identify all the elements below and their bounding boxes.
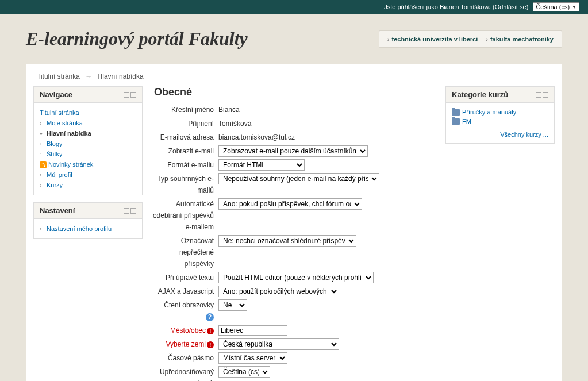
- rss-icon: [40, 161, 47, 168]
- nav-profile[interactable]: Můj profil: [47, 171, 72, 178]
- label-email-display: Zobrazit e-mail: [149, 145, 218, 157]
- folder-icon: [452, 109, 460, 116]
- label-email-format: Formát e-mailu: [149, 159, 218, 171]
- header: E-learningový portál Fakulty technická u…: [0, 14, 588, 64]
- select-timezone[interactable]: Místní čas serveru: [218, 352, 287, 364]
- nav-home[interactable]: Titulní stránka: [40, 109, 79, 116]
- label-firstname: Křestní jméno: [149, 104, 218, 116]
- select-lang[interactable]: Čeština (cs): [218, 366, 270, 378]
- select-track[interactable]: Ne: nechci označovat shlédnuté příspěvky: [218, 235, 356, 247]
- nav-title: Navigace: [40, 90, 72, 99]
- header-link-fm[interactable]: fakulta mechatroniky: [486, 36, 554, 43]
- category-manuals[interactable]: Příručky a manuály: [462, 109, 516, 116]
- logout-link[interactable]: Odhlásit se: [495, 3, 526, 10]
- site-title: E-learningový portál Fakulty: [26, 28, 248, 49]
- settings-profile[interactable]: Nastavení mého profilu: [47, 225, 112, 232]
- top-bar: Jste přihlášeni jako Bianca Tomíšková (O…: [0, 0, 588, 14]
- breadcrumb-home[interactable]: Titulní stránka: [37, 72, 80, 80]
- header-links: technická univerzita v liberci fakulta m…: [379, 30, 562, 48]
- language-select[interactable]: Čeština (cs)▼: [533, 2, 579, 11]
- label-autosub: Automatické odebírání příspěvků e-mailem: [149, 198, 218, 233]
- select-editor[interactable]: Použít HTML editor (pouze v některých pr…: [218, 272, 374, 283]
- user-link[interactable]: Bianca Tomíšková: [440, 3, 491, 10]
- select-ajax[interactable]: Ano: použít pokročilých webových funkcí: [218, 286, 339, 297]
- settings-block: Nastavení ›Nastavení mého profilu: [33, 202, 143, 239]
- select-email-display[interactable]: Zobrazovat e-mail pouze dalším účastníků…: [218, 145, 368, 157]
- nav-mypage[interactable]: Moje stránka: [47, 120, 83, 126]
- value-surname: Tomíšková: [218, 118, 251, 129]
- value-email: bianca.tomiskova@tul.cz: [218, 132, 295, 143]
- navigation-block: Navigace Titulní stránka ›Moje stránka ▾…: [33, 86, 143, 195]
- header-link-tul[interactable]: technická univerzita v liberci: [387, 36, 478, 43]
- label-city: Město/obec!: [149, 325, 218, 336]
- required-icon: !: [207, 341, 214, 348]
- categories-block: Kategorie kurzů Příručky a manuály FM Vš…: [445, 86, 555, 144]
- label-lang: Upřednostňovaný jazyk: [149, 366, 218, 381]
- block-controls[interactable]: [124, 208, 136, 214]
- login-info: Jste přihlášeni jako Bianca Tomíšková (O…: [384, 3, 528, 10]
- form-section-title: Obecné: [149, 86, 439, 98]
- label-screenreader: Čtení obrazovky?: [149, 299, 218, 322]
- content: Titulní stránka → Hlavní nabídka Navigac…: [26, 64, 562, 381]
- folder-icon: [452, 118, 460, 125]
- breadcrumb-separator: →: [85, 72, 92, 80]
- category-fm[interactable]: FM: [462, 118, 471, 125]
- nav-mainmenu: Hlavní nabídka: [47, 130, 91, 137]
- label-surname: Příjmení: [149, 118, 218, 129]
- settings-title: Nastavení: [40, 206, 75, 215]
- nav-courses[interactable]: Kurzy: [47, 182, 63, 188]
- label-track: Označovat nepřečtené příspěvky: [149, 235, 218, 270]
- select-autosub[interactable]: Ano: pokud pošlu příspěvek, chci fórum o…: [218, 198, 362, 210]
- breadcrumb-current: Hlavní nabídka: [98, 72, 144, 80]
- categories-title: Kategorie kurzů: [452, 90, 508, 99]
- label-ajax: AJAX a Javascript: [149, 286, 218, 297]
- help-icon[interactable]: ?: [206, 313, 214, 321]
- select-digest[interactable]: Nepoužívat souhrny (jeden e-mail na každ…: [218, 173, 379, 184]
- breadcrumb: Titulní stránka → Hlavní nabídka: [33, 71, 555, 86]
- label-country: Vyberte zemi!: [149, 338, 218, 350]
- nav-blogs[interactable]: Blogy: [47, 140, 63, 147]
- value-firstname: Bianca: [218, 104, 240, 116]
- label-email: E-mailová adresa: [149, 132, 218, 143]
- select-email-format[interactable]: Formát HTML: [218, 159, 305, 171]
- nav-tags[interactable]: Štítky: [47, 151, 63, 157]
- nav-news[interactable]: Novinky stránek: [48, 161, 93, 168]
- select-country[interactable]: Česká republika: [218, 338, 339, 350]
- label-editor: Při úpravě textu: [149, 272, 218, 283]
- required-icon: !: [207, 328, 214, 334]
- profile-form: Obecné Křestní jménoBianca PříjmeníTomíš…: [149, 86, 439, 381]
- label-timezone: Časové pásmo: [149, 352, 218, 364]
- all-courses-link[interactable]: Všechny kurzy ...: [500, 131, 548, 138]
- select-screenreader[interactable]: Ne: [218, 299, 247, 311]
- chevron-down-icon: ▼: [572, 5, 577, 10]
- block-controls[interactable]: [124, 92, 136, 98]
- label-digest: Typ souhrnných e-mailů: [149, 173, 218, 196]
- block-controls[interactable]: [536, 92, 548, 98]
- input-city[interactable]: [218, 325, 287, 336]
